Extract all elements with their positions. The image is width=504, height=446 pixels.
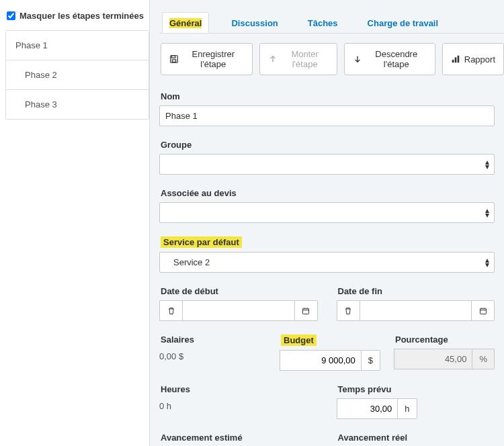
tab-bar: Général Discussion Tâches Charge de trav…	[159, 12, 504, 34]
report-button[interactable]: Rapport	[442, 43, 504, 75]
trash-icon	[167, 307, 175, 315]
date-end-picker-button[interactable]	[472, 300, 495, 321]
svg-rect-2	[172, 60, 175, 62]
default-service-label: Service par défaut	[161, 236, 242, 248]
hide-finished-label: Masquer les étapes terminées	[19, 11, 144, 21]
hide-finished-input[interactable]	[7, 11, 15, 20]
calendar-icon	[302, 307, 310, 315]
hours-value: 0 h	[159, 401, 318, 411]
group-select[interactable]	[159, 154, 495, 175]
move-down-button[interactable]: Descendre l'étape	[344, 43, 435, 75]
quote-label: Associée au devis	[161, 188, 237, 198]
percent-unit: %	[472, 349, 495, 369]
arrow-down-icon	[353, 54, 362, 64]
save-icon	[169, 54, 179, 64]
percent-label: Pourcentage	[395, 334, 448, 345]
sidebar-item-phase-3[interactable]: Phase 3	[6, 90, 149, 119]
planned-time-input[interactable]	[337, 398, 398, 419]
date-start-picker-button[interactable]	[295, 300, 318, 321]
tab-tasks[interactable]: Tâches	[300, 12, 345, 33]
phase-list: Phase 1 Phase 2 Phase 3	[5, 30, 149, 120]
bar-chart-icon	[451, 54, 460, 64]
hours-label: Heures	[161, 384, 190, 394]
toolbar: Enregistrer l'étape Monter l'étape Desce…	[159, 34, 504, 87]
planned-time-unit: h	[398, 398, 417, 419]
date-start-input[interactable]	[182, 300, 295, 321]
date-end-input[interactable]	[360, 300, 472, 321]
budget-label: Budget	[281, 334, 317, 346]
quote-select[interactable]	[159, 202, 495, 223]
move-up-button: Monter l'étape	[259, 43, 337, 75]
salary-value: 0,00 $	[159, 351, 261, 361]
clear-date-start-button[interactable]	[159, 300, 182, 321]
date-start-label: Date de début	[161, 286, 218, 296]
tab-workload[interactable]: Charge de travail	[360, 12, 446, 33]
clear-date-end-button[interactable]	[337, 300, 360, 321]
trash-icon	[344, 307, 352, 315]
real-progress-label: Avancement réel	[338, 433, 408, 443]
date-end-label: Date de fin	[338, 286, 382, 296]
name-label: Nom	[161, 91, 180, 101]
sidebar-item-phase-2[interactable]: Phase 2	[6, 60, 149, 90]
budget-unit: $	[362, 350, 380, 371]
svg-rect-4	[454, 57, 456, 62]
tab-discussion[interactable]: Discussion	[224, 12, 285, 33]
default-service-select[interactable]: Service 2	[159, 252, 495, 273]
arrow-up-icon	[268, 54, 278, 64]
svg-rect-5	[457, 56, 459, 63]
svg-rect-6	[303, 308, 309, 314]
calendar-icon	[479, 307, 487, 315]
svg-rect-3	[452, 60, 454, 62]
sidebar-item-phase-1[interactable]: Phase 1	[6, 31, 149, 60]
svg-rect-7	[480, 308, 486, 314]
salary-label: Salaires	[161, 334, 194, 345]
name-input[interactable]	[159, 105, 495, 126]
save-button[interactable]: Enregistrer l'étape	[161, 43, 253, 75]
est-progress-label: Avancement estimé	[161, 433, 243, 443]
hide-finished-checkbox[interactable]: Masquer les étapes terminées	[5, 7, 149, 30]
tab-general[interactable]: Général	[162, 12, 209, 33]
percent-input	[394, 349, 472, 369]
planned-time-label: Temps prévu	[338, 384, 392, 394]
svg-rect-1	[172, 56, 175, 58]
group-label: Groupe	[161, 140, 192, 150]
budget-input[interactable]	[280, 350, 362, 371]
